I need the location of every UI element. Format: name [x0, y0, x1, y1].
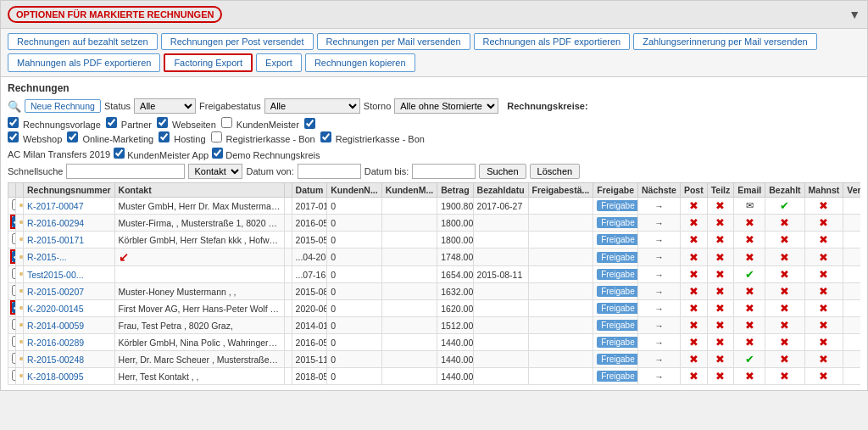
datum-bis-input[interactable]	[412, 164, 476, 179]
btn-kopieren[interactable]: Rechnungen kopieren	[305, 53, 415, 72]
th-bezahlt[interactable]: Bezahlt	[765, 183, 804, 198]
row-freigabe-btn[interactable]: Freigabe	[593, 232, 638, 249]
btn-export[interactable]: Export	[256, 53, 302, 72]
row-checkbox[interactable]	[12, 336, 16, 347]
freigabe-button[interactable]: Freigabe	[597, 234, 637, 245]
row-checkbox[interactable]	[12, 285, 16, 296]
th-freigabe[interactable]: Freigabe	[593, 183, 638, 198]
datum-von-input[interactable]	[298, 164, 361, 179]
btn-mahnungen[interactable]: Mahnungen als PDF exportieren	[8, 53, 160, 72]
demo-rechnungskreis-label[interactable]: Demo Rechnungskreis	[212, 148, 320, 160]
row-freigabe-btn[interactable]: Freigabe	[593, 334, 638, 351]
pencil-icon[interactable]: ✏	[19, 200, 24, 210]
pencil-icon[interactable]: ✏	[19, 286, 24, 296]
neue-rechnung-button[interactable]: Neue Rechnung	[25, 99, 101, 113]
th-bezahl[interactable]: Bezahldatu	[473, 183, 528, 198]
rk-online-marketing[interactable]: Online-Marketing	[67, 131, 153, 144]
row-checkbox[interactable]	[12, 370, 16, 381]
row-checkbox[interactable]	[12, 353, 16, 364]
row-freigabe-btn[interactable]: Freigabe	[593, 198, 638, 215]
row-freigabe-btn[interactable]: Freigabe	[593, 283, 638, 300]
row-checkbox[interactable]	[12, 233, 16, 244]
row-nr[interactable]: K-2020-00145	[24, 300, 115, 317]
th-nr[interactable]: Rechnungsnummer	[24, 183, 115, 198]
freigabestatus-select[interactable]: AlleFreigegebenNicht freigegeben	[264, 98, 360, 114]
th-email[interactable]: Email	[734, 183, 765, 198]
th-freigabe-status[interactable]: Freigabestä...	[528, 183, 593, 198]
row-nr[interactable]: R-2015-00248	[24, 351, 115, 368]
th-betrag[interactable]: Betrag	[437, 183, 473, 198]
row-freigabe-btn[interactable]: Freigabe	[593, 368, 638, 385]
row-nr[interactable]: R-2014-00059	[24, 317, 115, 334]
rk-webshop[interactable]: Webshop	[8, 131, 62, 144]
th-kundenm[interactable]: KundenM...	[381, 183, 437, 198]
th-kundennr[interactable]: KundenN...	[327, 183, 381, 198]
freigabe-button[interactable]: Freigabe	[597, 371, 637, 382]
th-datum[interactable]: Datum	[292, 183, 327, 198]
btn-mail[interactable]: Rechnungen per Mail versenden	[317, 33, 470, 50]
th-kontakt[interactable]: Kontakt	[114, 183, 284, 198]
pencil-icon[interactable]: ✏	[19, 320, 24, 330]
row-nr[interactable]: R-2015-00171	[24, 232, 115, 249]
freigabe-button[interactable]: Freigabe	[597, 200, 637, 211]
freigabe-button[interactable]: Freigabe	[597, 320, 637, 331]
row-checkbox[interactable]	[12, 268, 16, 279]
pencil-icon[interactable]: ✏	[19, 234, 24, 244]
freigabe-button[interactable]: Freigabe	[597, 269, 637, 280]
row-nr[interactable]: R-2016-00294	[24, 215, 115, 232]
pencil-icon[interactable]: ✏	[19, 371, 24, 381]
freigabe-button[interactable]: Freigabe	[597, 217, 637, 228]
storno-select[interactable]: Alle ohne StornierteAlleNur Stornierte	[394, 98, 498, 114]
th-mahnst[interactable]: Mahnst	[804, 183, 843, 198]
collapse-arrow-icon[interactable]: ▼	[849, 8, 860, 21]
row-freigabe-btn[interactable]: Freigabe	[593, 215, 638, 232]
freigabe-button[interactable]: Freigabe	[597, 303, 637, 314]
kundenmeister-app-label[interactable]: KundenMeister App	[114, 148, 209, 160]
row-checkbox[interactable]	[12, 199, 16, 210]
rk-registrierkasse-bon1[interactable]: Registrierkasse - Bon	[211, 131, 315, 144]
row-freigabe-btn[interactable]: Freigabe	[593, 317, 638, 334]
th-versendet[interactable]: Versendet	[843, 183, 860, 198]
freigabe-button[interactable]: Freigabe	[597, 286, 637, 297]
row-checkbox[interactable]	[12, 216, 16, 227]
btn-post[interactable]: Rechnungen per Post versendet	[161, 33, 314, 50]
btn-pdf[interactable]: Rechnungen als PDF exportieren	[474, 33, 631, 50]
rk-kundenmeister-extra[interactable]	[304, 118, 315, 129]
freigabe-button[interactable]: Freigabe	[597, 337, 637, 348]
pencil-icon[interactable]: ✏	[19, 252, 24, 262]
pencil-icon[interactable]: ✏	[19, 303, 24, 313]
row-checkbox[interactable]	[12, 251, 16, 262]
rk-kundenmeister[interactable]: KundenMeister	[221, 117, 299, 130]
status-select[interactable]: AlleOffenBezahltÜberfällig	[134, 98, 196, 114]
th-teilz[interactable]: Teilz	[707, 183, 734, 198]
row-checkbox[interactable]	[12, 302, 16, 313]
row-freigabe-btn[interactable]: Freigabe	[593, 249, 638, 266]
rk-partner[interactable]: Partner	[106, 117, 152, 130]
freigabe-button[interactable]: Freigabe	[597, 252, 637, 263]
btn-zahlung[interactable]: Zahlungserinnerung per Mail versenden	[633, 33, 816, 50]
btn-bezahlt[interactable]: Rechnungen auf bezahlt setzen	[8, 33, 158, 50]
rk-webseiten[interactable]: Webseiten	[157, 117, 216, 130]
row-nr[interactable]: Test2015-00...	[24, 266, 115, 283]
row-checkbox[interactable]	[12, 319, 16, 330]
row-nr[interactable]: R-2016-00289	[24, 334, 115, 351]
rk-registrierkasse-bon2[interactable]: Registrierkasse - Bon	[320, 131, 425, 144]
btn-factoring[interactable]: Factoring Export	[164, 53, 253, 72]
th-naechste[interactable]: Nächste	[638, 183, 681, 198]
pencil-icon[interactable]: ✏	[19, 217, 24, 227]
pencil-icon[interactable]: ✏	[19, 269, 24, 279]
row-freigabe-btn[interactable]: Freigabe	[593, 300, 638, 317]
pencil-icon[interactable]: ✏	[19, 354, 24, 364]
schnellsuche-input[interactable]	[66, 164, 185, 179]
row-nr[interactable]: K-2017-00047	[24, 198, 115, 215]
kontakt-select[interactable]: Kontakt	[188, 164, 242, 179]
rk-hosting[interactable]: Hosting	[159, 131, 205, 144]
suchen-button[interactable]: Suchen	[479, 164, 526, 179]
pencil-icon[interactable]: ✏	[19, 337, 24, 347]
rk-rechnungsvorlage[interactable]: Rechnungsvorlage	[8, 117, 101, 130]
row-freigabe-btn[interactable]: Freigabe	[593, 351, 638, 368]
row-freigabe-btn[interactable]: Freigabe	[593, 266, 638, 283]
row-nr[interactable]: K-2018-00095	[24, 368, 115, 385]
th-post[interactable]: Post	[680, 183, 707, 198]
row-nr[interactable]: R-2015-00207	[24, 283, 115, 300]
